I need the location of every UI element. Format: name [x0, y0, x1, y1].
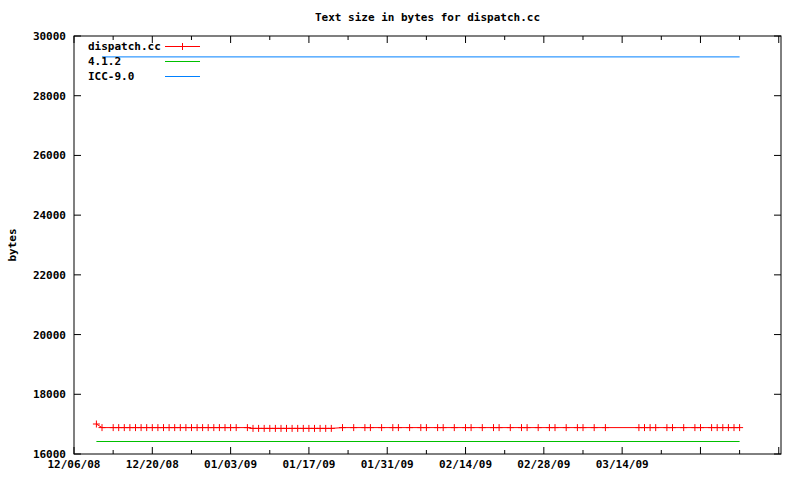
y-tick-label: 28000 — [33, 90, 66, 103]
legend-item-gcc-4-1-2: 4.1.2 — [88, 54, 161, 69]
x-tick-label: 03/14/09 — [596, 458, 649, 471]
y-tick-label: 18000 — [33, 388, 66, 401]
x-tick-label: 02/28/09 — [517, 458, 570, 471]
x-tick-label: 01/31/09 — [361, 458, 414, 471]
legend-label: dispatch.cc — [88, 40, 161, 53]
y-tick-label: 20000 — [33, 329, 66, 342]
y-tick-label: 22000 — [33, 269, 66, 282]
y-tick-label: 30000 — [33, 30, 66, 43]
legend-item-icc-9-0: ICC-9.0 — [88, 69, 161, 84]
gnuplot-chart-window: Text size in bytes for dispatch.cc bytes… — [0, 0, 800, 480]
x-tick-label: 12/20/08 — [126, 458, 179, 471]
legend-label: 4.1.2 — [88, 55, 121, 68]
y-tick-label: 24000 — [33, 209, 66, 222]
legend: dispatch.cc 4.1.2 ICC-9.0 — [88, 39, 161, 84]
y-tick-label: 26000 — [33, 149, 66, 162]
x-tick-label: 01/03/09 — [204, 458, 257, 471]
plot-border — [74, 36, 781, 454]
x-tick-label: 02/14/09 — [439, 458, 492, 471]
legend-label: ICC-9.0 — [88, 70, 134, 83]
x-tick-label: 12/06/08 — [48, 458, 101, 471]
series-markers-dispatch-cc — [93, 421, 743, 432]
legend-sample-marker — [179, 43, 186, 50]
legend-item-dispatch-cc: dispatch.cc — [88, 39, 161, 54]
x-tick-label: 01/17/09 — [282, 458, 335, 471]
